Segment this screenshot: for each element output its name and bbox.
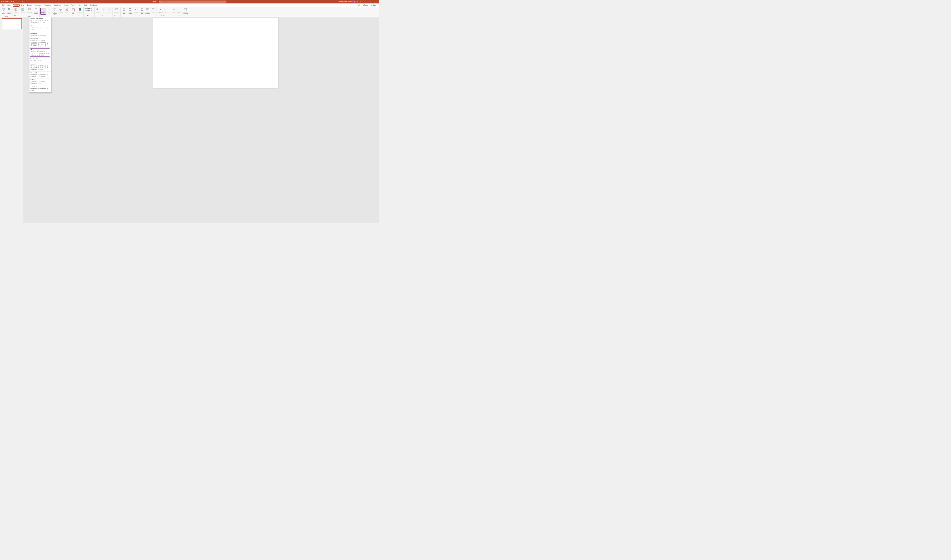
shape-icon[interactable]	[34, 43, 36, 45]
brace-icon[interactable]	[42, 22, 43, 23]
screenshot-button[interactable]: Screenshot▾	[26, 8, 33, 14]
scribble-icon[interactable]	[34, 22, 36, 23]
shape-icon[interactable]	[47, 43, 48, 45]
zoom-button[interactable]: Zoom▾	[95, 8, 100, 14]
shape-icon[interactable]	[45, 65, 46, 67]
3d-models-button[interactable]: 3D Models▾	[52, 8, 57, 15]
shape-icon[interactable]	[39, 54, 40, 56]
undo-icon[interactable]	[15, 0, 18, 3]
photo-album-button[interactable]: Photo Album▾	[34, 8, 39, 15]
rounded-icon[interactable]	[32, 34, 34, 36]
tab-draw[interactable]: Draw	[20, 3, 26, 7]
rectangle-icon[interactable]	[36, 20, 37, 21]
shape-icon[interactable]	[38, 83, 39, 84]
slide-canvas[interactable]	[153, 18, 278, 88]
shape-icon[interactable]	[40, 52, 42, 54]
shape-icon[interactable]	[40, 43, 41, 45]
shape-icon[interactable]	[38, 45, 39, 47]
shape-icon[interactable]	[31, 43, 32, 45]
shape-icon[interactable]	[34, 83, 36, 84]
right-brace-icon[interactable]	[40, 22, 41, 23]
shape-icon[interactable]	[37, 51, 38, 52]
multiply-icon[interactable]	[34, 60, 36, 62]
shape-icon[interactable]	[47, 67, 48, 68]
shape-icon[interactable]	[47, 65, 48, 67]
tab-record[interactable]: Record	[62, 3, 69, 7]
slide-number-button[interactable]: #Slide Number	[145, 8, 150, 15]
curve-icon[interactable]	[42, 27, 43, 29]
shape-icon[interactable]	[34, 67, 36, 68]
shape-icon[interactable]	[40, 45, 41, 47]
shapes-button[interactable]: Shapes▾	[40, 8, 46, 15]
text-box-button[interactable]: AText Box	[121, 8, 126, 15]
shape-icon[interactable]	[42, 54, 43, 56]
down-arrow-icon[interactable]	[31, 22, 32, 23]
shape-icon[interactable]	[32, 89, 34, 91]
shape-icon[interactable]	[43, 81, 45, 83]
scribble-icon[interactable]	[46, 27, 47, 29]
curve2-icon[interactable]	[31, 29, 33, 31]
elbow-icon[interactable]	[43, 20, 45, 21]
connector-icon[interactable]	[47, 27, 49, 29]
collapse-ribbon-icon[interactable]: ⌃	[377, 15, 378, 16]
elbow-icon[interactable]	[37, 27, 38, 29]
save-icon[interactable]	[13, 0, 15, 3]
arrow-icon[interactable]	[34, 20, 36, 21]
shape-icon[interactable]	[36, 69, 37, 70]
shape-icon[interactable]	[36, 83, 37, 84]
shape-icon[interactable]	[47, 74, 48, 75]
shape-icon[interactable]	[34, 45, 36, 47]
elbow-arrow-icon[interactable]	[39, 27, 40, 29]
shape-icon[interactable]	[33, 52, 34, 54]
shape-icon[interactable]	[40, 65, 41, 67]
shape-icon[interactable]	[31, 52, 33, 54]
shape-icon[interactable]	[45, 40, 46, 42]
shape-icon[interactable]	[42, 75, 43, 77]
my-addins-button[interactable]: ◧My Add-ins ▾	[85, 9, 94, 11]
shape-icon[interactable]	[32, 40, 34, 42]
shape-icon[interactable]	[47, 75, 48, 77]
plus-icon[interactable]	[31, 60, 32, 62]
shape-icon[interactable]	[32, 65, 34, 67]
shape-icon[interactable]	[47, 81, 48, 83]
shape-icon[interactable]	[42, 52, 43, 54]
shape-icon[interactable]	[31, 89, 32, 91]
shape-icon[interactable]	[40, 75, 41, 77]
tab-design[interactable]: Design	[26, 3, 33, 7]
round-same-icon[interactable]	[45, 34, 46, 36]
snip2-icon[interactable]	[36, 34, 37, 36]
shape-icon[interactable]	[34, 75, 36, 77]
shape-icon[interactable]	[42, 42, 43, 43]
shape-icon[interactable]	[42, 67, 43, 68]
shape-icon[interactable]	[37, 52, 38, 54]
share-button[interactable]: ↗Share	[370, 4, 377, 6]
shape-icon[interactable]	[32, 88, 34, 89]
shape-icon[interactable]	[33, 54, 34, 56]
shape-icon[interactable]	[32, 45, 34, 47]
shape-icon[interactable]	[31, 54, 33, 56]
shape-icon[interactable]	[42, 40, 43, 42]
get-addins-button[interactable]: ⊞Get Add-ins	[85, 8, 94, 9]
shape-icon[interactable]	[42, 81, 43, 83]
date-time-button[interactable]: Date & Time	[139, 8, 144, 15]
present-icon[interactable]	[22, 0, 24, 3]
reuse-slides-button[interactable]: Reuse Slides	[6, 8, 12, 15]
shape-icon[interactable]	[36, 88, 37, 89]
shape-icon[interactable]	[34, 81, 36, 83]
shape-icon[interactable]	[31, 45, 32, 47]
shape-icon[interactable]	[32, 81, 34, 83]
oval-icon[interactable]	[38, 20, 39, 21]
shape-icon[interactable]	[38, 88, 39, 89]
header-footer-button[interactable]: Header & Footer	[127, 8, 133, 15]
shape-icon[interactable]	[36, 65, 37, 67]
shape-icon[interactable]	[31, 42, 32, 43]
shape-icon[interactable]	[36, 42, 37, 43]
double-arrow-icon[interactable]	[35, 27, 36, 29]
shape-icon[interactable]	[38, 75, 39, 77]
equation-button[interactable]: πEquation▾	[157, 8, 163, 14]
audio-button[interactable]: Audio▾	[176, 8, 182, 14]
shape-icon[interactable]	[45, 67, 46, 68]
shape-icon[interactable]	[34, 65, 36, 67]
shape-icon[interactable]	[31, 83, 32, 84]
shape-icon[interactable]	[32, 83, 34, 84]
